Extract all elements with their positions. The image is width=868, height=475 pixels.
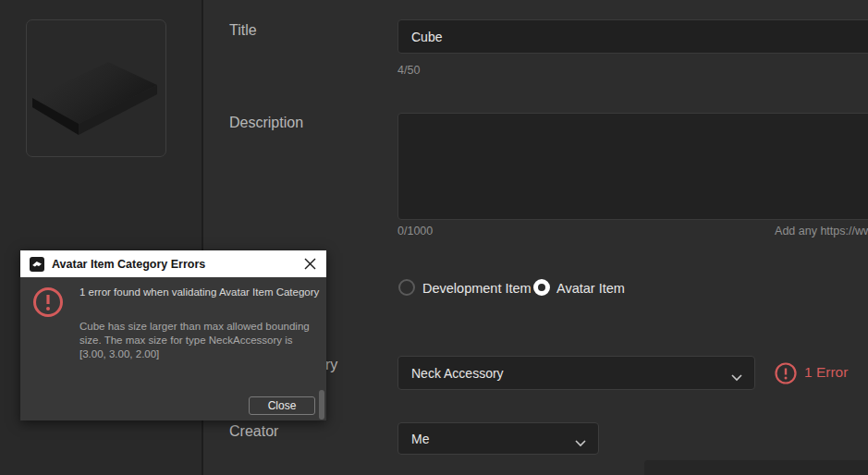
chevron-down-icon — [731, 370, 742, 384]
dialog-title: Avatar Item Category Errors — [52, 258, 302, 271]
creator-dropdown-value: Me — [411, 432, 429, 446]
description-input[interactable] — [397, 113, 868, 220]
dialog-scrollbar-thumb[interactable] — [319, 390, 324, 420]
title-input[interactable] — [397, 19, 868, 54]
chevron-down-icon — [575, 435, 586, 450]
avatar-item-upload-screen: Title Description ry Creator 4/50 0/1000… — [0, 0, 868, 475]
title-label: Title — [229, 22, 257, 39]
error-exclamation-icon — [31, 286, 65, 323]
category-error-count: 1 Error — [804, 364, 848, 381]
creator-label: Creator — [229, 423, 278, 440]
description-label: Description — [229, 115, 303, 131]
title-char-counter: 4/50 — [397, 64, 420, 77]
description-char-counter: 0/1000 — [397, 225, 433, 238]
dialog-error-summary: 1 error found when validating Avatar Ite… — [79, 286, 319, 298]
preview-3d-thumbnail[interactable] — [26, 19, 166, 157]
radio-development-item[interactable] — [398, 279, 415, 296]
radio-development-item-label[interactable]: Development Item — [422, 281, 532, 296]
radio-avatar-item-label[interactable]: Avatar Item — [556, 281, 625, 296]
dialog-error-detail: Cube has size larger than max allowed bo… — [79, 320, 313, 362]
radio-avatar-item[interactable] — [533, 279, 550, 296]
avatar-item-category-errors-dialog: Avatar Item Category Errors 1 error foun… — [20, 250, 326, 420]
creator-dropdown[interactable]: Me — [397, 422, 599, 455]
description-link-hint: Add any https://ww — [775, 225, 868, 238]
offscreen-field-top — [644, 460, 868, 475]
category-dropdown-value: Neck Accessory — [411, 366, 504, 381]
dialog-titlebar[interactable]: Avatar Item Category Errors — [20, 250, 326, 277]
studio-logo-icon — [30, 257, 44, 272]
dialog-body: 1 error found when validating Avatar Ite… — [20, 277, 326, 420]
category-dropdown[interactable]: Neck Accessory — [397, 356, 755, 390]
category-label-fragment: ry — [325, 357, 337, 373]
close-icon[interactable] — [302, 257, 317, 272]
close-button[interactable]: Close — [249, 396, 315, 415]
cube-3d-render — [27, 20, 165, 156]
error-exclamation-icon — [774, 361, 798, 389]
